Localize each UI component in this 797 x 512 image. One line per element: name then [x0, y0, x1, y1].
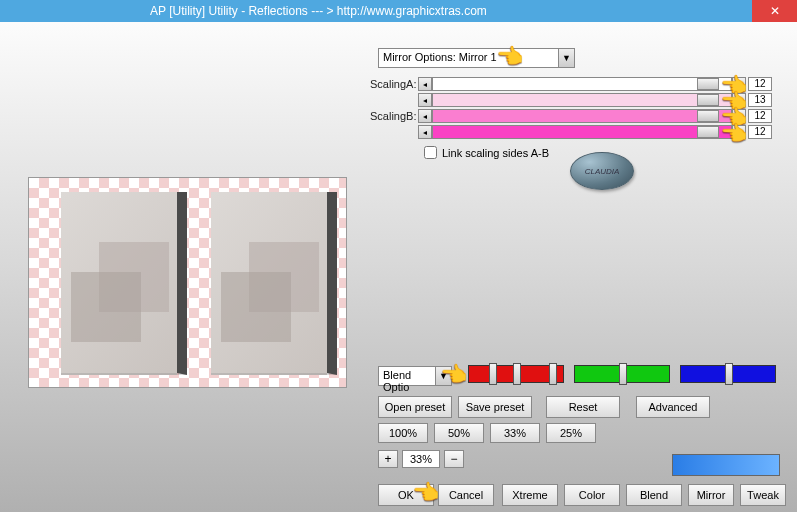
scaling-a1-track[interactable]: [432, 77, 732, 91]
scaling-b2-left-arrow[interactable]: ◂: [418, 125, 432, 139]
blue-slider[interactable]: [680, 365, 776, 383]
link-scaling-input[interactable]: [424, 146, 437, 159]
link-scaling-label: Link scaling sides A-B: [442, 147, 549, 159]
preview-panel: [28, 177, 347, 388]
link-scaling-checkbox[interactable]: Link scaling sides A-B: [424, 146, 549, 159]
tweak-button[interactable]: Tweak: [740, 484, 786, 506]
chevron-down-icon: ▼: [558, 49, 574, 67]
zoom-minus-button[interactable]: −: [444, 450, 464, 468]
scaling-b1-thumb[interactable]: [697, 110, 719, 122]
scaling-a2-value[interactable]: 13: [748, 93, 772, 107]
scaling-b2-right-arrow[interactable]: ▸: [732, 125, 746, 139]
zoom-33-button[interactable]: 33%: [490, 423, 540, 443]
cancel-button[interactable]: Cancel: [438, 484, 494, 506]
scaling-a1-right-arrow[interactable]: ▸: [732, 77, 746, 91]
green-slider-thumb[interactable]: [619, 363, 627, 385]
scaling-a1-left-arrow[interactable]: ◂: [418, 77, 432, 91]
workarea: Mirror Options: Mirror 1 ▼ 👈 ScalingA: S…: [0, 22, 797, 512]
window-title: AP [Utility] Utility - Reflections --- >…: [150, 4, 487, 18]
green-slider[interactable]: [574, 365, 670, 383]
title-bar: AP [Utility] Utility - Reflections --- >…: [0, 0, 797, 22]
preview-left-pane: [61, 192, 187, 375]
red-slider-thumb-2[interactable]: [513, 363, 521, 385]
scaling-a1-value[interactable]: 12: [748, 77, 772, 91]
mirror-options-value: Mirror Options: Mirror 1: [383, 51, 497, 63]
preview-right-pane: [211, 192, 337, 375]
zoom-100-button[interactable]: 100%: [378, 423, 428, 443]
scaling-b1-track[interactable]: [432, 109, 732, 123]
blue-slider-thumb[interactable]: [725, 363, 733, 385]
open-preset-button[interactable]: Open preset: [378, 396, 452, 418]
zoom-plus-button[interactable]: +: [378, 450, 398, 468]
close-button[interactable]: ✕: [752, 0, 797, 22]
advanced-button[interactable]: Advanced: [636, 396, 710, 418]
scaling-b1-right-arrow[interactable]: ▸: [732, 109, 746, 123]
zoom-50-button[interactable]: 50%: [434, 423, 484, 443]
scaling-b1-left-arrow[interactable]: ◂: [418, 109, 432, 123]
scaling-a2-thumb[interactable]: [697, 94, 719, 106]
zoom-25-button[interactable]: 25%: [546, 423, 596, 443]
ok-button[interactable]: OK: [378, 484, 434, 506]
color-button[interactable]: Color: [564, 484, 620, 506]
scaling-a1-thumb[interactable]: [697, 78, 719, 90]
save-preset-button[interactable]: Save preset: [458, 396, 532, 418]
scaling-a2-right-arrow[interactable]: ▸: [732, 93, 746, 107]
scaling-b2-value[interactable]: 12: [748, 125, 772, 139]
mirror-button[interactable]: Mirror: [688, 484, 734, 506]
red-slider-thumb-3[interactable]: [549, 363, 557, 385]
scaling-b2-track[interactable]: [432, 125, 732, 139]
scaling-a2-left-arrow[interactable]: ◂: [418, 93, 432, 107]
scaling-b1-value[interactable]: 12: [748, 109, 772, 123]
scaling-b-label: ScalingB:: [370, 110, 416, 122]
red-slider[interactable]: [468, 365, 564, 383]
blend-options-value: Blend Optio: [383, 369, 411, 393]
blend-options-dropdown[interactable]: Blend Optio ▼: [378, 366, 452, 386]
chevron-down-icon: ▼: [435, 367, 451, 385]
scaling-a-label: ScalingA:: [370, 78, 416, 90]
scaling-a2-track[interactable]: [432, 93, 732, 107]
red-slider-thumb[interactable]: [489, 363, 497, 385]
reset-button[interactable]: Reset: [546, 396, 620, 418]
blend-button[interactable]: Blend: [626, 484, 682, 506]
color-swatch[interactable]: [672, 454, 780, 476]
xtreme-button[interactable]: Xtreme: [502, 484, 558, 506]
claudia-badge: CLAUDIA: [570, 152, 634, 190]
zoom-stepper: + 33% −: [378, 450, 464, 468]
mirror-options-dropdown[interactable]: Mirror Options: Mirror 1 ▼: [378, 48, 575, 68]
scaling-b2-thumb[interactable]: [697, 126, 719, 138]
zoom-value[interactable]: 33%: [402, 450, 440, 468]
